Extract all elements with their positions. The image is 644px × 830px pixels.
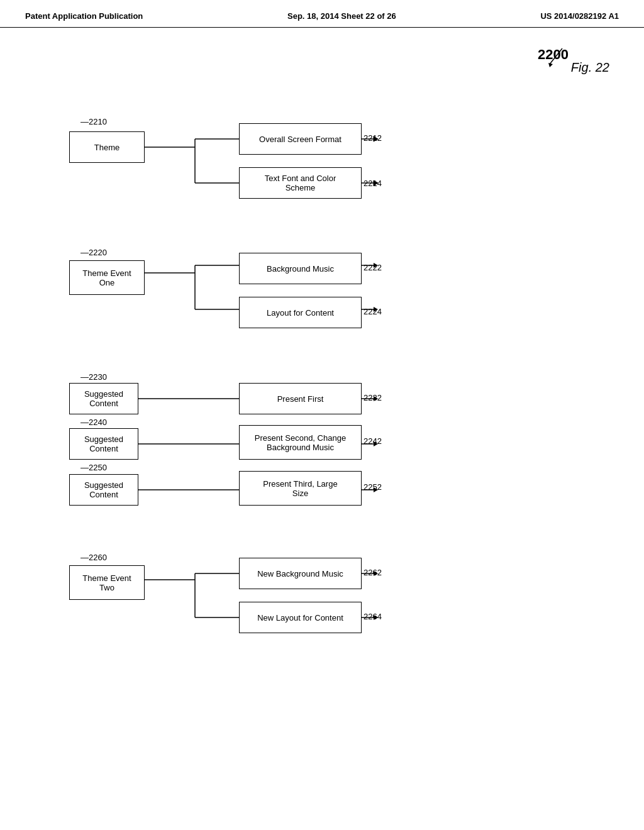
box-suggested-content-3: SuggestedContent [69, 474, 138, 506]
svg-line-0 [550, 48, 562, 64]
ref-2232: 2232 [364, 393, 382, 402]
box-new-background-music: New Background Music [239, 558, 362, 589]
ref-2212: 2212 [364, 133, 382, 143]
ref-2252: 2252 [364, 482, 382, 492]
box-theme-event-one: Theme EventOne [69, 260, 145, 295]
box-theme: Theme [69, 131, 145, 163]
header-middle: Sep. 18, 2014 Sheet 22 of 26 [287, 11, 396, 21]
label-2220: —2220 [80, 248, 107, 257]
label-2240: —2240 [80, 418, 107, 427]
box-new-layout-content: New Layout for Content [239, 602, 362, 633]
box-present-third: Present Third, LargeSize [239, 471, 362, 506]
box-present-second: Present Second, ChangeBackground Music [239, 425, 362, 460]
label-2230: —2230 [80, 372, 107, 382]
svg-marker-1 [548, 63, 553, 67]
box-theme-event-two: Theme EventTwo [69, 565, 145, 600]
header-right: US 2014/0282192 A1 [540, 11, 619, 21]
box-text-font-color: Text Font and ColorScheme [239, 167, 362, 199]
label-2260: —2260 [80, 553, 107, 562]
box-present-first: Present First [239, 383, 362, 414]
ref-2262: 2262 [364, 568, 382, 577]
ref-2264: 2264 [364, 612, 382, 621]
header-left: Patent Application Publication [25, 11, 143, 21]
ref-2242: 2242 [364, 436, 382, 446]
ref-2222: 2222 [364, 263, 382, 272]
box-suggested-content-1: SuggestedContent [69, 383, 138, 414]
ref-2214: 2214 [364, 179, 382, 188]
box-layout-content: Layout for Content [239, 297, 362, 328]
box-suggested-content-2: SuggestedContent [69, 428, 138, 460]
label-2250: —2250 [80, 463, 107, 472]
box-background-music: Background Music [239, 253, 362, 284]
box-overall-screen-format: Overall Screen Format [239, 123, 362, 155]
label-2210: —2210 [80, 117, 107, 126]
ref-2224: 2224 [364, 307, 382, 316]
